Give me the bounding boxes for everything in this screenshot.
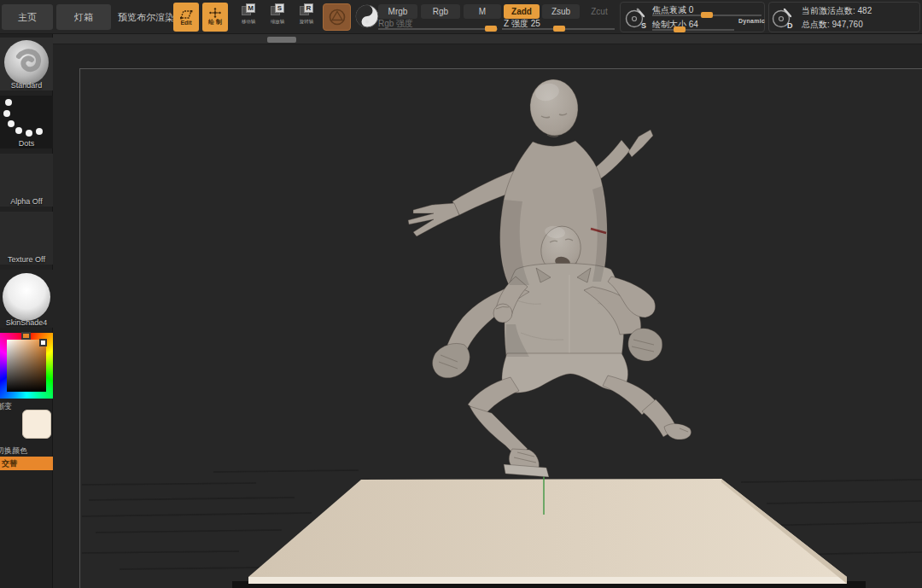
stroke-selector[interactable]: Dots: [0, 96, 53, 148]
gradient-label[interactable]: 渐变: [0, 401, 12, 412]
texture-selector[interactable]: Texture Off: [0, 212, 53, 265]
svg-text:S: S: [641, 21, 646, 29]
mrgb-toggle[interactable]: Mrgb: [378, 4, 417, 19]
zbrush-window: 主页 灯箱 预览布尔渲染 Edit 绘 制 M 移动轴 S 缩放轴 R: [0, 0, 922, 588]
sculptris-pro-icon: [328, 8, 347, 26]
brush-selector[interactable]: Standard: [0, 38, 53, 90]
rgb-toggle[interactable]: Rgb: [421, 4, 460, 19]
alpha-selector[interactable]: Alpha Off: [0, 154, 53, 207]
draw-size-handle[interactable]: [674, 26, 686, 32]
rotate-gyro-icon: R: [300, 3, 313, 16]
lightbox-divider[interactable]: [53, 34, 922, 44]
figure-man-legs: [468, 353, 692, 477]
rgb-intensity-handle[interactable]: [485, 26, 497, 32]
draw-disc-icon: D: [772, 7, 794, 29]
scale-gyro-icon: S: [271, 3, 284, 16]
edit-lasso-icon: [179, 9, 193, 20]
draw-button[interactable]: 绘 制: [202, 3, 228, 32]
figure-child: [408, 77, 653, 287]
draw-dots-icon: [209, 8, 221, 18]
svg-text:D: D: [787, 21, 793, 29]
scale-gyro-button[interactable]: S 缩放轴: [265, 3, 290, 32]
stroke-disc-icon: S: [625, 7, 647, 29]
rgb-intensity-slider[interactable]: [378, 28, 498, 30]
dynamic-mode-label[interactable]: Dynamic: [738, 18, 765, 24]
preview-boolean-button[interactable]: 预览布尔渲染: [113, 4, 179, 30]
total-points-stat: 总点数: 947,760: [802, 19, 863, 31]
stroke-settings-group: S 焦点衰减 0 绘制大小 64 Dynamic: [620, 2, 765, 32]
focal-shift-handle[interactable]: [701, 12, 713, 18]
edit-button[interactable]: Edit: [173, 3, 199, 32]
top-shelf: 主页 灯箱 预览布尔渲染 Edit 绘 制 M 移动轴 S 缩放轴 R: [0, 0, 922, 34]
home-button[interactable]: 主页: [2, 4, 53, 30]
z-intensity-handle[interactable]: [553, 26, 565, 32]
points-stats-group: D 当前激活点数: 482 总点数: 947,760: [768, 2, 920, 32]
zsub-toggle[interactable]: Zsub: [542, 4, 580, 19]
sculptris-pro-button[interactable]: [323, 3, 351, 31]
left-shelf: Standard Dots Alpha Off Texture Off: [0, 34, 53, 588]
move-gyro-button[interactable]: M 移动轴: [236, 3, 261, 32]
material-selector[interactable]: SkinShade4: [0, 270, 53, 328]
move-gyro-icon: M: [242, 3, 255, 16]
zcut-toggle[interactable]: Zcut: [582, 4, 616, 19]
ground-plane: [232, 479, 866, 588]
zadd-toggle[interactable]: Zadd: [504, 4, 540, 19]
m-toggle[interactable]: M: [464, 4, 501, 19]
rotate-gyro-button[interactable]: R 旋转轴: [294, 3, 319, 32]
draw-size-slider[interactable]: [652, 29, 734, 31]
color-picker-saturation-square[interactable]: [7, 340, 46, 392]
active-points-stat: 当前激活点数: 482: [802, 5, 872, 17]
switch-color-label[interactable]: 切换颜色: [0, 445, 27, 457]
current-color-swatch[interactable]: [22, 410, 51, 439]
zbrush-logo-icon: [355, 4, 379, 28]
sculpt-viewport[interactable]: [0, 0, 922, 588]
saturation-marker[interactable]: [39, 339, 47, 346]
hue-marker[interactable]: [21, 332, 31, 340]
color-picker[interactable]: [0, 333, 53, 399]
alt-color-button[interactable]: 交替: [0, 457, 53, 470]
lightbox-button[interactable]: 灯箱: [56, 4, 111, 30]
lightbox-drag-handle[interactable]: [267, 37, 296, 43]
